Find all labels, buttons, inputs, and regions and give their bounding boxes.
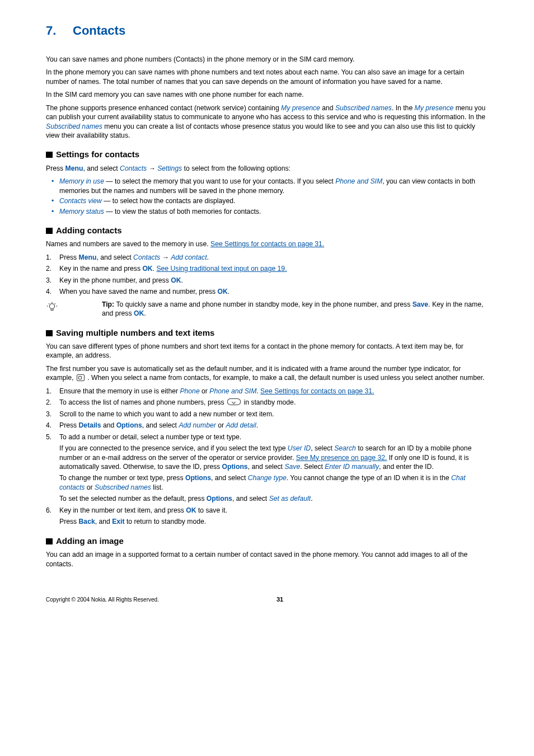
multi-step-5: To add a number or detail, select a numb…: [46, 433, 488, 504]
settings-list: Memory in use — to select the memory tha…: [46, 177, 488, 216]
adding-step-2: Key in the name and press OK. See Using …: [46, 264, 488, 273]
multi-step-4: Press Details and Options, and select Ad…: [46, 421, 488, 430]
intro-p1: You can save names and phone numbers (Co…: [46, 55, 488, 64]
multi-step-5-sub1: If you are connected to the presence ser…: [59, 444, 488, 471]
square-bullet-icon: [46, 330, 53, 336]
adding-lead: Names and numbers are saved to the memor…: [46, 240, 488, 248]
link-settings-contacts-2[interactable]: See Settings for contacts on page 31.: [260, 387, 374, 395]
svg-point-0: [49, 303, 54, 308]
page-footer: Copyright © 2004 Nokia. All Rights Reser…: [46, 595, 488, 604]
multi-p1: You can save different types of phone nu…: [46, 342, 488, 360]
chapter-number: 7.: [46, 22, 73, 39]
section-image-heading: Adding an image: [46, 536, 488, 547]
intro-p2: In the phone memory you can save names w…: [46, 68, 488, 86]
multi-step-6-sub1: Press Back, and Exit to return to standb…: [59, 517, 488, 526]
square-bullet-icon: [46, 152, 53, 158]
adding-step-1: Press Menu, and select Contacts → Add co…: [46, 253, 488, 262]
multi-step-1: Ensure that the memory in use is either …: [46, 387, 488, 396]
multi-step-2: To access the list of names and phone nu…: [46, 398, 488, 407]
adding-step-3: Key in the phone number, and press OK.: [46, 276, 488, 285]
tip-lightbulb-icon: [46, 300, 102, 313]
adding-steps: Press Menu, and select Contacts → Add co…: [46, 253, 488, 297]
multi-steps: Ensure that the memory in use is either …: [46, 387, 488, 527]
multi-step-5-sub2: To change the number or text type, press…: [59, 473, 488, 492]
section-multi-heading: Saving multiple numbers and text items: [46, 327, 488, 339]
tip-block: Tip: To quickly save a name and phone nu…: [46, 300, 488, 318]
footer-page-number: 31: [277, 595, 283, 604]
multi-step-3: Scroll to the name to which you want to …: [46, 410, 488, 419]
multi-p2: The first number you save is automatical…: [46, 364, 488, 383]
section-adding-heading: Adding contacts: [46, 225, 488, 236]
image-p1: You can add an image in a supported form…: [46, 550, 488, 569]
link-traditional-text-input[interactable]: See Using traditional text input on page…: [156, 265, 287, 273]
intro-p4: The phone supports presence enhanced con…: [46, 104, 488, 140]
chapter-heading: 7.Contacts: [46, 22, 488, 39]
adding-step-4: When you have saved the name and number,…: [46, 287, 488, 296]
tip-text: Tip: To quickly save a name and phone nu…: [102, 300, 488, 318]
section-settings-heading: Settings for contacts: [46, 149, 488, 160]
page-content: 7.Contacts You can save names and phone …: [0, 0, 534, 632]
settings-lead: Press Menu, and select Contacts → Settin…: [46, 164, 488, 173]
link-settings-contacts[interactable]: See Settings for contacts on page 31.: [210, 240, 324, 248]
scroll-down-key-icon: [227, 398, 241, 405]
chapter-title: Contacts: [73, 24, 125, 37]
multi-step-6: Key in the number or text item, and pres…: [46, 506, 488, 527]
intro-p3: In the SIM card memory you can save name…: [46, 90, 488, 99]
square-bullet-icon: [46, 538, 53, 544]
settings-item-memory-status: Memory status — to view the status of bo…: [54, 207, 488, 216]
link-my-presence[interactable]: See My presence on page 32.: [296, 454, 387, 462]
multi-step-5-sub3: To set the selected number as the defaul…: [59, 494, 488, 503]
settings-item-memory-in-use: Memory in use — to select the memory tha…: [54, 177, 488, 195]
frame-indicator-icon: [77, 374, 85, 381]
footer-copyright: Copyright © 2004 Nokia. All Rights Reser…: [46, 596, 159, 604]
square-bullet-icon: [46, 228, 53, 234]
settings-item-contacts-view: Contacts view — to select how the contac…: [54, 196, 488, 205]
